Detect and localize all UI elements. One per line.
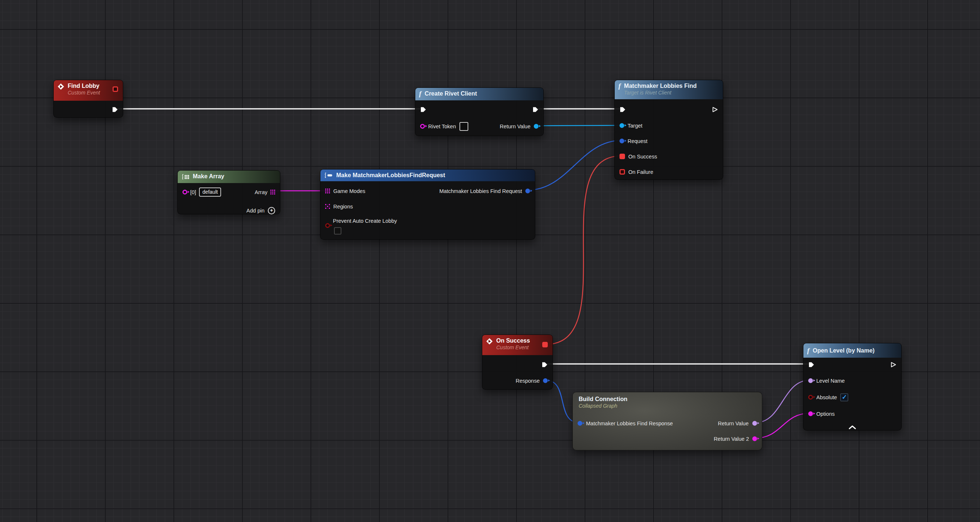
make-array-icon (181, 174, 189, 180)
node-make-matchmaker-lobbies-find-request[interactable]: Make MatchmakerLobbiesFindRequest Game M… (320, 169, 535, 240)
node-subtitle: Target is Rivet Client (624, 90, 696, 96)
exec-in-pin[interactable] (619, 106, 626, 113)
node-on-success[interactable]: On Success Custom Event Response (482, 335, 553, 390)
return-value-2-pin[interactable] (752, 436, 757, 441)
prevent-auto-create-lobby-pin[interactable] (325, 223, 330, 228)
wire-returnvalue-to-target[interactable] (536, 125, 621, 126)
node-subtitle: Custom Event (496, 344, 530, 351)
return-value-label: Return Value (500, 124, 530, 129)
exec-out-pin[interactable] (541, 362, 548, 368)
wire-onsuccess-delegate[interactable] (546, 156, 621, 344)
function-icon: f (807, 347, 809, 354)
node-find-lobby[interactable]: Find Lobby Custom Event (53, 80, 123, 117)
array-element-value-input[interactable]: default (199, 187, 221, 197)
matchmaker-lobbies-find-response-pin[interactable] (578, 421, 582, 426)
node-matchmaker-lobbies-find[interactable]: f Matchmaker Lobbies Find Target is Rive… (614, 80, 723, 180)
matchmaker-lobbies-find-response-label: Matchmaker Lobbies Find Response (586, 420, 673, 427)
rivet-token-input[interactable] (460, 122, 468, 131)
absolute-checkbox[interactable]: ✓ (840, 393, 848, 401)
make-struct-icon (324, 172, 333, 178)
node-title: On Success (496, 337, 530, 344)
return-value-pin[interactable] (534, 124, 539, 129)
request-pin[interactable] (619, 139, 624, 143)
rivet-token-pin[interactable] (420, 124, 425, 129)
custom-event-icon (486, 338, 493, 345)
node-title: Find Lobby (68, 83, 100, 90)
absolute-label: Absolute (816, 394, 837, 400)
add-pin-button[interactable]: + (268, 207, 275, 214)
collapse-chevron-icon[interactable] (848, 425, 856, 429)
wire-layer (0, 0, 980, 522)
exec-out-pin[interactable] (532, 106, 539, 113)
response-label: Response (516, 378, 540, 384)
options-label: Options (816, 411, 835, 417)
on-failure-delegate-pin[interactable] (619, 169, 625, 175)
absolute-pin[interactable] (808, 395, 813, 400)
prevent-auto-create-lobby-checkbox[interactable] (334, 227, 341, 235)
node-title: Make MatchmakerLobbiesFindRequest (336, 172, 445, 179)
node-create-rivet-client[interactable]: f Create Rivet Client Rivet Token Return… (415, 87, 544, 136)
regions-pin[interactable] (325, 204, 330, 209)
node-title: Matchmaker Lobbies Find (624, 83, 696, 90)
exec-in-pin[interactable] (420, 106, 426, 113)
exec-out-pin[interactable] (890, 362, 896, 368)
return-value-pin[interactable] (752, 421, 757, 426)
game-modes-pin[interactable] (325, 189, 330, 194)
request-output-pin[interactable] (525, 189, 530, 194)
node-title: Create Rivet Client (425, 90, 477, 97)
on-success-delegate-pin[interactable] (619, 154, 625, 159)
node-open-level-by-name[interactable]: f Open Level (by Name) Level Name Absolu… (803, 343, 902, 430)
exec-out-pin[interactable] (712, 106, 718, 113)
delegate-pin[interactable] (542, 342, 548, 347)
exec-out-pin[interactable] (112, 106, 118, 113)
request-output-label: Matchmaker Lobbies Find Request (439, 188, 522, 194)
level-name-label: Level Name (816, 378, 845, 384)
node-title: Build Connection (579, 395, 627, 403)
custom-event-icon (57, 83, 64, 90)
add-pin-label: Add pin (247, 208, 264, 214)
target-pin[interactable] (619, 123, 624, 128)
function-icon: f (618, 83, 620, 90)
delegate-pin[interactable] (113, 86, 118, 92)
node-title: Make Array (193, 173, 224, 180)
blueprint-graph-canvas[interactable]: Find Lobby Custom Event f Create Rivet C… (0, 0, 980, 522)
prevent-auto-create-lobby-label: Prevent Auto Create Lobby (333, 218, 397, 224)
array-output-pin[interactable] (270, 190, 275, 194)
return-value-label: Return Value (718, 420, 749, 427)
node-make-array[interactable]: Make Array [0] default Array Add pin + (177, 170, 280, 214)
game-modes-label: Game Modes (333, 188, 365, 194)
regions-label: Regions (333, 204, 353, 209)
request-label: Request (628, 138, 648, 144)
on-success-label: On Success (628, 154, 657, 160)
array-element-label: [0] (190, 189, 196, 195)
options-pin[interactable] (808, 411, 813, 416)
wire-request-struct-to-request[interactable] (528, 140, 621, 190)
exec-in-pin[interactable] (808, 362, 815, 368)
node-build-connection[interactable]: Build Connection Collapsed Graph Matchma… (573, 392, 762, 450)
array-output-label: Array (255, 189, 267, 195)
wire-returnvalue-to-levelname[interactable] (755, 380, 810, 423)
return-value-2-label: Return Value 2 (714, 436, 749, 442)
function-icon: f (419, 90, 421, 97)
node-title: Open Level (by Name) (813, 347, 874, 354)
array-element-pin[interactable] (183, 190, 187, 194)
target-label: Target (628, 123, 642, 129)
wire-returnvalue2-to-options[interactable] (755, 413, 810, 438)
level-name-pin[interactable] (808, 378, 813, 383)
node-subtitle: Collapsed Graph (579, 403, 627, 409)
on-failure-label: On Failure (628, 169, 653, 175)
rivet-token-label: Rivet Token (428, 124, 456, 129)
response-pin[interactable] (543, 378, 548, 383)
node-subtitle: Custom Event (68, 90, 100, 96)
